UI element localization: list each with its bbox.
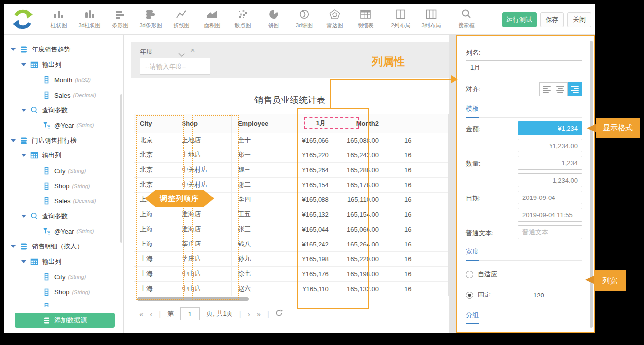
- column-header-City[interactable]: City: [134, 114, 176, 133]
- fixed-width-input[interactable]: [528, 288, 582, 302]
- tree-item-Shop[interactable]: Shop(String): [4, 285, 123, 300]
- tree-item-type: (String): [76, 122, 94, 128]
- tool-bar-chart[interactable]: 柱状图: [44, 4, 74, 35]
- column-header-Employee[interactable]: Employee: [231, 114, 276, 133]
- year-filter-input[interactable]: [140, 58, 210, 75]
- column-name-input[interactable]: [466, 60, 582, 75]
- tool-radar-chart[interactable]: 雷达图: [320, 4, 350, 35]
- tool-layout-2col[interactable]: 2列布局: [385, 4, 416, 35]
- add-datasource-button[interactable]: 添加数据源: [15, 313, 115, 328]
- column-header-Shop[interactable]: Shop: [176, 114, 231, 133]
- tree-item-label: Shop: [54, 182, 69, 190]
- table-row: 上海莘庄店孙九¥165,198165,220.0016: [134, 251, 448, 266]
- tree-item-@Year[interactable]: @Year(String): [4, 118, 123, 133]
- tree-item-@Year[interactable]: @Year(String): [4, 224, 123, 239]
- tree-item-输出列[interactable]: 输出列: [4, 148, 123, 163]
- tree-item-label: Shop: [54, 288, 69, 296]
- tree-item-输出列[interactable]: 输出列: [4, 254, 123, 269]
- tree-item-type: (String): [68, 274, 86, 280]
- format-option[interactable]: 1,234.00: [518, 173, 582, 187]
- tree-item-查询参数[interactable]: 查询参数: [4, 102, 123, 118]
- width-option-label: 固定: [478, 291, 491, 299]
- sidebar-scrollbar[interactable]: [120, 94, 122, 243]
- caret-down-icon[interactable]: [21, 215, 26, 218]
- tree-item-Sales[interactable]: Sales(Decimal): [4, 194, 123, 209]
- tool-hbar-chart[interactable]: 条形图: [105, 4, 136, 35]
- run-test-button[interactable]: 运行测试: [502, 12, 537, 27]
- table-row: 上海莘庄店钱八¥165,242165,264.0016: [134, 237, 448, 251]
- next-page-button[interactable]: ›: [248, 310, 250, 318]
- align-center-button[interactable]: [553, 82, 568, 96]
- radio-自适应[interactable]: [466, 271, 473, 278]
- column-header-1月[interactable]: 1月: [276, 114, 339, 133]
- format-option[interactable]: 2019-09-04 11:55: [518, 208, 582, 222]
- clear-filter-icon[interactable]: ×: [190, 46, 195, 55]
- tool-layout-3col[interactable]: 3列布局: [416, 4, 447, 35]
- tree-item-销售明细（按人）[interactable]: 销售明细（按人）: [4, 239, 123, 254]
- first-page-button[interactable]: «: [139, 310, 143, 318]
- tree-item-门店销售排行榜[interactable]: 门店销售排行榜: [4, 133, 123, 148]
- close-button[interactable]: 关闭: [567, 12, 591, 27]
- tree-item-年度销售趋势[interactable]: 年度销售趋势: [4, 42, 123, 57]
- tree-item-partial[interactable]: [4, 299, 123, 307]
- tool-detail-table[interactable]: 明细表: [350, 4, 381, 35]
- tool-search-box[interactable]: 搜索框: [451, 4, 482, 35]
- tool-pie-chart[interactable]: 饼图: [258, 4, 289, 35]
- format-option[interactable]: ¥1,234: [518, 121, 582, 135]
- table-cell: ¥165,198: [276, 251, 339, 266]
- tool-line-chart[interactable]: 折线图: [166, 4, 197, 35]
- tool-bar3d-chart[interactable]: 3d柱状图: [74, 4, 105, 35]
- tree-item-输出列[interactable]: 输出列: [4, 57, 123, 73]
- format-box-stack: 普通文本: [518, 225, 582, 239]
- radio-固定[interactable]: [466, 292, 473, 299]
- caret-down-icon[interactable]: [11, 48, 16, 51]
- format-template-groups: 金额:¥1,234¥1,234.00数量:1,2341,234.00日期:201…: [466, 121, 582, 239]
- table-cell: 165,242.00: [339, 148, 385, 162]
- tree-item-查询参数[interactable]: 查询参数: [4, 209, 123, 224]
- caret-down-icon[interactable]: [21, 260, 26, 263]
- table-cell: 上地店: [176, 133, 231, 148]
- table-cell: 上地店: [176, 148, 231, 162]
- tool-scatter-chart[interactable]: 散点图: [228, 4, 258, 35]
- tree-item-label: @Year: [54, 228, 74, 235]
- page-number-input[interactable]: [180, 307, 200, 320]
- panel-scrollbar[interactable]: [590, 41, 593, 328]
- caret-down-icon[interactable]: [21, 109, 26, 112]
- table-row: 北京上地店郑一¥165,220165,242.0016: [134, 148, 448, 162]
- align-right-button[interactable]: [568, 82, 582, 96]
- align-left-button[interactable]: [539, 82, 553, 96]
- tree-item-Sales[interactable]: Sales(Decimal): [4, 88, 123, 103]
- tool-label: 搜索框: [459, 22, 475, 29]
- caret-down-icon[interactable]: [21, 63, 26, 66]
- table-horizontal-scrollbar[interactable]: [137, 297, 249, 301]
- tree-item-Shop[interactable]: Shop(String): [4, 178, 123, 194]
- tree-item-Month[interactable]: Month(Int32): [4, 72, 123, 88]
- format-option[interactable]: 1,234: [518, 156, 582, 170]
- tool-pie3d-chart[interactable]: 3d饼图: [289, 4, 320, 35]
- tree-item-label: City: [54, 273, 65, 281]
- prev-page-button[interactable]: ‹: [150, 310, 152, 318]
- tree-item-City[interactable]: City(String): [4, 163, 123, 179]
- column-header-extra[interactable]: [385, 114, 448, 133]
- tool-area-chart[interactable]: 面积图: [197, 4, 228, 35]
- align-center-icon: [556, 86, 564, 93]
- toolbar: 柱状图3d柱状图条形图3d条形图折线图面积图散点图饼图3d饼图雷达图明细表2列布…: [4, 4, 595, 35]
- column-header-Month2[interactable]: Month2: [339, 114, 385, 133]
- format-option[interactable]: 普通文本: [518, 225, 582, 239]
- caret-down-icon[interactable]: [11, 139, 16, 142]
- format-option[interactable]: 2019-09-04: [518, 191, 582, 204]
- column-icon: [42, 288, 50, 296]
- save-button[interactable]: 保存: [540, 12, 564, 27]
- tool-label: 条形图: [112, 22, 129, 29]
- caret-down-icon[interactable]: [11, 245, 16, 248]
- tool-hbar3d-chart[interactable]: 3d条形图: [136, 4, 166, 35]
- chart-tool-list: 柱状图3d柱状图条形图3d条形图折线图面积图散点图饼图3d饼图雷达图明细表2列布…: [44, 4, 482, 35]
- datasource-tree: 年度销售趋势输出列Month(Int32)Sales(Decimal)查询参数@…: [4, 42, 123, 307]
- tree-item-type: (Int32): [75, 77, 91, 83]
- table-cell: 北京: [134, 162, 176, 177]
- refresh-icon[interactable]: [276, 309, 283, 318]
- tree-item-City[interactable]: City(String): [4, 269, 123, 285]
- format-option[interactable]: ¥1,234.00: [518, 139, 582, 152]
- caret-down-icon[interactable]: [21, 154, 26, 157]
- last-page-button[interactable]: »: [257, 310, 261, 318]
